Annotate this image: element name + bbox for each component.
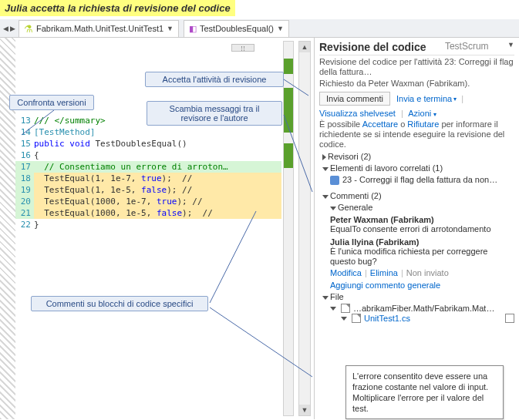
comment-body: EqualTo consente errori di arrotondament… [330, 224, 514, 234]
nav-back-forward[interactable]: ◀▶ [0, 25, 19, 32]
code-line[interactable]: 22} [15, 219, 281, 230]
code-area[interactable]: 13/// </summary>14[TestMethod]15public v… [15, 115, 281, 230]
send-comments-button[interactable]: Invia commenti [319, 92, 390, 106]
panel-team[interactable]: TestScrum [445, 41, 489, 53]
actions-menu[interactable]: Azioni [408, 109, 431, 118]
tab-strip: ◀▶ ⚗ Fabrikam.Math.UnitTest.UnitTest1 ▼ … [0, 19, 519, 38]
edit-comment-link[interactable]: Modifica [330, 268, 362, 277]
collapse-icon [330, 207, 336, 210]
file-icon [341, 304, 350, 313]
scroll-down-icon[interactable]: ▼ [299, 405, 310, 415]
collapse-icon [341, 317, 347, 321]
code-line[interactable]: 16{ [15, 150, 281, 161]
scroll-up-icon[interactable]: ▲ [299, 42, 310, 52]
file-folder-row[interactable]: …abrikamFiber.Math/Fabrikam.Mat… [330, 304, 514, 313]
view-shelveset-link[interactable]: Visualizza shelveset [319, 109, 396, 118]
chevron-down-icon: ▼ [277, 25, 284, 32]
files-section[interactable]: File [322, 292, 514, 301]
collapse-icon [322, 296, 329, 300]
line-content: // Consentiamo un errore di arroton… [34, 161, 281, 173]
collapse-icon [322, 195, 329, 199]
expand-icon [322, 154, 326, 160]
tab-member[interactable]: ◧ TestDoublesEqual() ▼ [184, 20, 289, 37]
line-content: public void TestDoublesEqual() [34, 138, 281, 150]
comment-tooltip: L'errore consentito deve essere una fraz… [345, 365, 504, 419]
file-name-link[interactable]: UnitTest1.cs [364, 314, 410, 323]
line-number: 15 [15, 138, 34, 150]
add-general-comment-link[interactable]: Aggiungi commento generale [330, 281, 514, 290]
code-editor-pane: 13/// </summary>14[TestMethod]15public v… [0, 38, 315, 419]
line-content: TestEqual(1000, 1e-7, true); // [34, 196, 281, 207]
callout-compare: Confronta versioni [9, 95, 94, 110]
title-banner: Julia accetta la richiesta di revisione … [0, 0, 235, 16]
comment-body: È l'unica modifica richiesta per corregg… [330, 247, 514, 267]
code-line[interactable]: 21 TestEqual(1000, 1e-5, false); // [15, 207, 281, 219]
code-review-panel: Revisione del codice TestScrum ▼ Revisio… [315, 38, 519, 419]
tab-file[interactable]: ⚗ Fabrikam.Math.UnitTest.UnitTest1 ▼ [19, 20, 179, 37]
line-number: 20 [15, 196, 34, 207]
line-number: 16 [15, 150, 34, 161]
code-line[interactable]: 19 TestEqual(1, 1e-5, false); // [15, 184, 281, 196]
general-comments-group[interactable]: Generale [330, 203, 514, 212]
split-handle[interactable] [231, 44, 254, 52]
decline-link[interactable]: Rifiutare [407, 119, 439, 129]
tab-member-label: TestDoublesEqual() [200, 24, 274, 33]
delete-comment-link[interactable]: Elimina [370, 268, 398, 277]
line-content: TestEqual(1, 1e-5, false); // [34, 184, 281, 196]
line-content: TestEqual(1, 1e-7, true); // [34, 173, 281, 184]
line-number: 14 [15, 126, 34, 138]
accept-link[interactable]: Accettare [362, 119, 398, 129]
line-content: [TestMethod] [34, 126, 281, 138]
line-number: 19 [15, 184, 34, 196]
code-line[interactable]: 18 TestEqual(1, 1e-7, true); // [15, 173, 281, 184]
code-line[interactable]: 14[TestMethod] [15, 126, 281, 138]
help-text: È possibile Accettare o Rifiutare per in… [319, 119, 514, 150]
unsent-label: Non inviato [406, 268, 449, 277]
reviewers-section[interactable]: Revisori (2) [322, 152, 514, 161]
file-checkbox[interactable] [505, 314, 514, 323]
collapse-icon [330, 307, 336, 311]
line-content: TestEqual(1000, 1e-5, false); // [34, 207, 281, 219]
code-line[interactable]: 17 // Consentiamo un errore di arroton… [15, 161, 281, 173]
chevron-down-icon: ▼ [167, 25, 174, 32]
code-line[interactable]: 20 TestEqual(1000, 1e-7, true); // [15, 196, 281, 207]
line-content: } [34, 219, 281, 230]
comment-author: Peter Waxman (Fabrikam) [330, 215, 514, 224]
code-line[interactable]: 15public void TestDoublesEqual() [15, 138, 281, 150]
chevron-down-icon[interactable]: ▼ [507, 41, 514, 53]
line-number: 21 [15, 207, 34, 219]
comments-section[interactable]: Commenti (2) [322, 191, 514, 200]
flask-icon: ⚗ [24, 23, 33, 35]
send-and-finish-link[interactable]: Invia e termina [396, 94, 452, 103]
file-row[interactable]: UnitTest1.cs [341, 314, 514, 323]
minimap[interactable] [283, 41, 294, 416]
tab-file-label: Fabrikam.Math.UnitTest.UnitTest1 [36, 24, 163, 33]
line-number: 17 [15, 161, 34, 173]
callout-accept: Accetta l'attività di revisione [145, 72, 284, 87]
file-icon [352, 314, 361, 323]
line-number: 13 [15, 115, 34, 126]
panel-title: Revisione del codice [319, 41, 426, 53]
method-icon: ◧ [189, 24, 197, 34]
comment-action-row: Modifica|Elimina|Non inviato [330, 268, 514, 277]
vertical-scrollbar[interactable]: ▲ ▼ [298, 41, 311, 416]
line-content: { [34, 150, 281, 161]
line-number: 18 [15, 173, 34, 184]
chevron-down-icon[interactable]: ▾ [433, 111, 436, 118]
collapse-icon [322, 167, 329, 171]
work-item-row[interactable]: 23 - Correggi il flag della fattura da n… [330, 175, 514, 185]
file-path: …abrikamFiber.Math/Fabrikam.Mat… [353, 304, 494, 313]
review-description-line2: Richiesto da Peter Waxman (Fabrikam). [319, 79, 514, 89]
work-item-icon [330, 176, 339, 185]
related-work-items-section[interactable]: Elementi di lavoro correlati (1) [322, 163, 514, 173]
callout-exchange: Scambia messaggi tra il revisore e l'aut… [147, 101, 282, 126]
comment-author: Julia Ilyina (Fabrikam) [330, 237, 514, 247]
review-description-line1: Revisione del codice per l'attività 23: … [319, 57, 514, 77]
line-number: 22 [15, 219, 34, 230]
chevron-down-icon[interactable]: ▾ [453, 96, 457, 102]
callout-codecomments: Commenti su blocchi di codice specifici [31, 296, 208, 311]
